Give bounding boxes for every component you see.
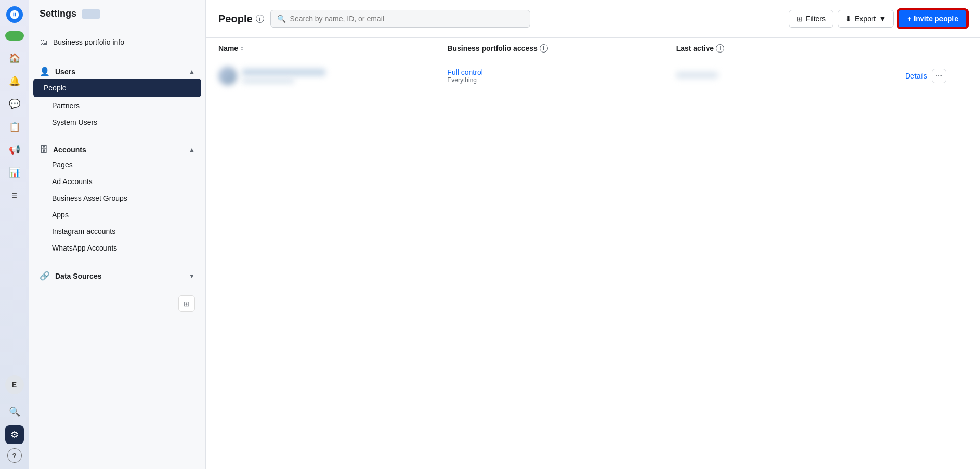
- users-label: Users: [55, 68, 75, 76]
- sidebar-item-business-portfolio-info[interactable]: 🗂 Business portfolio info: [29, 32, 205, 52]
- user-avatar-letter: E: [5, 375, 24, 394]
- access-info-icon[interactable]: i: [540, 44, 548, 53]
- access-column: Full control Everything: [447, 68, 676, 84]
- data-sources-section-header[interactable]: 🔗 Data Sources ▼: [29, 265, 205, 283]
- nav-messages[interactable]: 💬: [5, 95, 24, 113]
- content-area: People i 🔍 ⊞ Filters ⬇ Export ▼ + Invit: [206, 0, 980, 469]
- sidebar-item-apps[interactable]: Apps: [29, 206, 205, 223]
- briefcase-icon: 🗂: [40, 37, 48, 47]
- system-users-label: System Users: [52, 118, 97, 126]
- apps-label: Apps: [52, 211, 69, 219]
- business-asset-groups-label: Business Asset Groups: [52, 194, 127, 202]
- table-row: Full control Everything Details ···: [206, 59, 980, 93]
- more-icon: ···: [935, 71, 942, 81]
- page-title-container: People i: [218, 13, 264, 25]
- sort-icon[interactable]: ↕: [240, 45, 243, 52]
- export-icon: ⬇: [845, 15, 852, 23]
- export-button[interactable]: ⬇ Export ▼: [838, 10, 894, 28]
- person-info: [218, 67, 447, 85]
- sidebar-item-whatsapp-accounts[interactable]: WhatsApp Accounts: [29, 240, 205, 256]
- whatsapp-accounts-label: WhatsApp Accounts: [52, 244, 117, 252]
- content-header: People i 🔍 ⊞ Filters ⬇ Export ▼ + Invit: [206, 0, 980, 38]
- col-header-last-active: Last active i: [676, 44, 905, 53]
- search-icon: 🔍: [277, 15, 286, 23]
- col-last-active-label: Last active: [676, 44, 714, 53]
- col-name-label: Name: [218, 44, 238, 53]
- invite-people-button[interactable]: + Invite people: [898, 9, 968, 28]
- accounts-chevron-icon: ▲: [189, 146, 195, 153]
- status-indicator: [5, 31, 24, 41]
- meta-logo[interactable]: [6, 6, 23, 23]
- sidebar-item-pages[interactable]: Pages: [29, 157, 205, 173]
- row-actions: Details ···: [905, 69, 968, 83]
- nav-pages[interactable]: 📋: [5, 118, 24, 136]
- sidebar-title: Settings: [40, 8, 76, 19]
- person-sub: [242, 78, 294, 84]
- nav-menu[interactable]: ≡: [5, 186, 24, 205]
- instagram-accounts-label: Instagram accounts: [52, 227, 115, 236]
- users-section-header[interactable]: 👤 Users ▲: [29, 60, 205, 79]
- sidebar-item-people[interactable]: People: [33, 79, 201, 97]
- sidebar-header: Settings: [29, 0, 205, 28]
- nav-settings[interactable]: ⚙: [5, 425, 24, 444]
- icon-bar: 🏠 🔔 💬 📋 📢 📊 ≡ E 🔍 ⚙ ?: [0, 0, 29, 469]
- export-chevron-icon: ▼: [879, 15, 886, 23]
- sidebar-badge: [82, 9, 100, 19]
- collapse-icon: ⊞: [184, 299, 190, 308]
- search-container: 🔍: [270, 10, 530, 28]
- page-title-info-icon[interactable]: i: [256, 15, 264, 23]
- export-label: Export: [855, 15, 876, 23]
- col-header-name: Name ↕: [218, 44, 447, 53]
- accounts-section-header[interactable]: 🗄 Accounts ▲: [29, 139, 205, 157]
- sidebar-item-business-asset-groups[interactable]: Business Asset Groups: [29, 190, 205, 206]
- details-button[interactable]: Details: [905, 72, 927, 80]
- data-sources-icon: 🔗: [40, 271, 50, 281]
- last-active-value: [676, 72, 718, 79]
- main-container: Settings 🗂 Business portfolio info 👤 Use…: [29, 0, 980, 469]
- sidebar-item-partners[interactable]: Partners: [29, 97, 205, 114]
- users-icon: 👤: [40, 67, 50, 76]
- ad-accounts-label: Ad Accounts: [52, 177, 93, 186]
- page-title: People: [218, 13, 253, 25]
- collapse-sidebar-button[interactable]: ⊞: [178, 295, 195, 312]
- people-table: Name ↕ Business portfolio access i Last …: [206, 38, 980, 469]
- section-data-sources: 🔗 Data Sources ▼: [29, 260, 205, 287]
- accounts-label: Accounts: [53, 146, 86, 154]
- nav-notifications[interactable]: 🔔: [5, 72, 24, 90]
- pages-label: Pages: [52, 161, 73, 169]
- business-portfolio-label: Business portfolio info: [53, 38, 124, 46]
- header-actions: ⊞ Filters ⬇ Export ▼ + Invite people: [789, 9, 968, 28]
- filters-button[interactable]: ⊞ Filters: [789, 10, 833, 28]
- nav-analytics[interactable]: 📊: [5, 163, 24, 182]
- section-users: 👤 Users ▲ People Partners System Users: [29, 56, 205, 135]
- data-sources-chevron-icon: ▼: [189, 272, 195, 280]
- search-input[interactable]: [290, 15, 524, 23]
- sidebar-item-system-users[interactable]: System Users: [29, 114, 205, 131]
- section-accounts: 🗄 Accounts ▲ Pages Ad Accounts Business …: [29, 135, 205, 260]
- filters-icon: ⊞: [796, 15, 803, 23]
- more-options-button[interactable]: ···: [932, 69, 946, 83]
- partners-label: Partners: [52, 101, 80, 110]
- nav-help[interactable]: ?: [7, 448, 22, 463]
- person-name-block: [242, 69, 325, 84]
- last-active-column: [676, 72, 905, 80]
- section-business-portfolio: 🗂 Business portfolio info: [29, 28, 205, 56]
- avatar: [218, 67, 237, 85]
- sidebar: Settings 🗂 Business portfolio info 👤 Use…: [29, 0, 206, 469]
- sidebar-item-instagram-accounts[interactable]: Instagram accounts: [29, 223, 205, 240]
- last-active-info-icon[interactable]: i: [716, 44, 724, 53]
- users-chevron-icon: ▲: [189, 68, 195, 75]
- access-label: Full control: [447, 68, 676, 76]
- nav-search[interactable]: 🔍: [5, 402, 24, 421]
- filters-label: Filters: [806, 15, 826, 23]
- sidebar-item-ad-accounts[interactable]: Ad Accounts: [29, 173, 205, 190]
- person-name: [242, 69, 325, 76]
- sidebar-bottom: ⊞: [29, 287, 205, 320]
- invite-label: + Invite people: [907, 15, 958, 23]
- accounts-icon: 🗄: [40, 145, 48, 154]
- col-header-access: Business portfolio access i: [447, 44, 676, 53]
- data-sources-label: Data Sources: [55, 272, 101, 280]
- nav-home[interactable]: 🏠: [5, 49, 24, 68]
- nav-ads[interactable]: 📢: [5, 140, 24, 159]
- table-header: Name ↕ Business portfolio access i Last …: [206, 38, 980, 59]
